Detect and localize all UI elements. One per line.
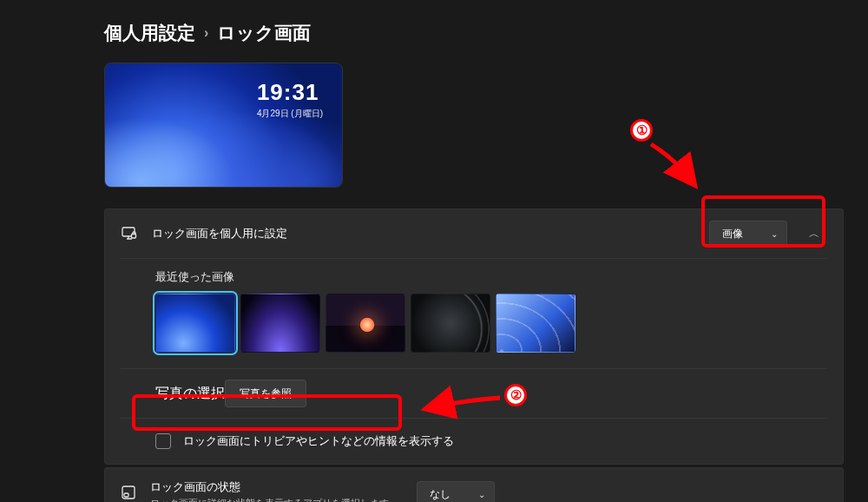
personalize-card: ロック画面を個人用に設定 画像 ⌄ ︿ 最近使った画像 写 bbox=[104, 208, 844, 465]
photo-select-label: 写真の選択 bbox=[155, 385, 225, 403]
annotation-badge-1: ① bbox=[630, 119, 653, 142]
svg-rect-3 bbox=[124, 493, 128, 497]
recent-image[interactable] bbox=[496, 294, 575, 353]
personalize-dropdown-value: 画像 bbox=[722, 227, 743, 241]
chevron-up-icon: ︿ bbox=[809, 227, 819, 241]
personalize-dropdown[interactable]: 画像 ⌄ bbox=[709, 221, 787, 247]
trivia-checkbox[interactable] bbox=[155, 433, 171, 449]
recent-image[interactable] bbox=[326, 294, 405, 353]
recent-images-title: 最近使った画像 bbox=[155, 259, 801, 294]
chevron-right-icon: › bbox=[204, 25, 208, 41]
breadcrumb-current: ロック画面 bbox=[217, 21, 311, 45]
annotation-arrow-1 bbox=[644, 139, 722, 200]
square-overlay-icon bbox=[121, 485, 136, 502]
lock-status-dropdown-value: なし bbox=[430, 487, 450, 502]
monitor-lock-icon bbox=[121, 227, 138, 241]
chevron-down-icon: ⌄ bbox=[478, 490, 485, 499]
lock-status-title: ロック画面の状態 bbox=[150, 479, 389, 495]
browse-photo-label: 写真を参照 bbox=[240, 386, 292, 401]
recent-image[interactable] bbox=[240, 294, 320, 353]
svg-rect-1 bbox=[132, 234, 136, 239]
recent-images-list bbox=[155, 294, 801, 368]
recent-image[interactable] bbox=[411, 294, 490, 353]
recent-image[interactable] bbox=[155, 294, 235, 353]
lock-status-dropdown[interactable]: なし ⌄ bbox=[417, 481, 495, 502]
lock-status-subtitle: ロック画面に詳細な状態を表示するアプリを選択します bbox=[150, 497, 389, 503]
breadcrumb: 個人用設定 › ロック画面 bbox=[104, 21, 844, 45]
collapse-button[interactable]: ︿ bbox=[801, 221, 827, 247]
lock-screen-preview: 19:31 4月29日 (月曜日) bbox=[104, 63, 343, 188]
chevron-down-icon: ⌄ bbox=[771, 229, 778, 239]
preview-date: 4月29日 (月曜日) bbox=[257, 108, 323, 120]
trivia-label: ロック画面にトリビアやヒントなどの情報を表示する bbox=[183, 434, 454, 449]
personalize-label: ロック画面を個人用に設定 bbox=[152, 226, 287, 241]
preview-time: 19:31 bbox=[257, 79, 323, 106]
lock-status-card: ロック画面の状態 ロック画面に詳細な状態を表示するアプリを選択します なし ⌄ bbox=[104, 467, 844, 502]
breadcrumb-parent[interactable]: 個人用設定 bbox=[104, 21, 195, 45]
browse-photo-button[interactable]: 写真を参照 bbox=[225, 380, 306, 407]
